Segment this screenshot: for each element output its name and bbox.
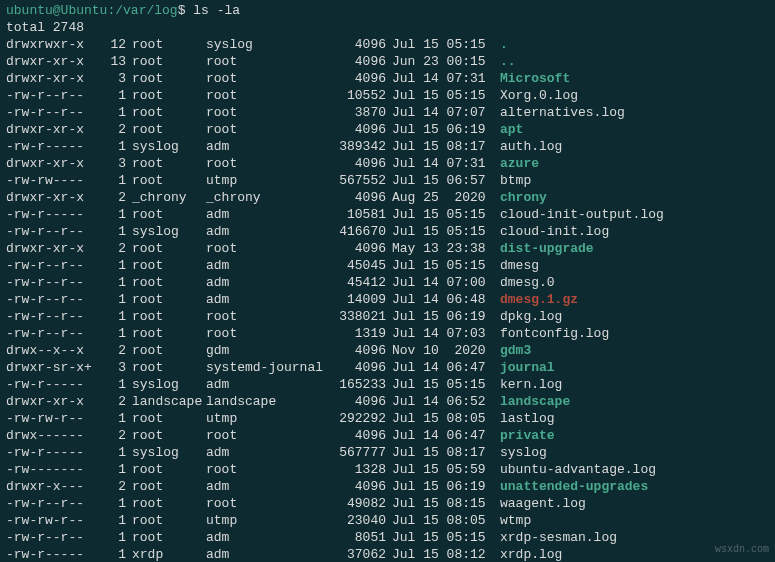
file-permissions: -rw-r--r-- <box>6 495 96 512</box>
file-owner: root <box>126 512 206 529</box>
file-owner: syslog <box>126 444 206 461</box>
file-size: 4096 <box>326 189 386 206</box>
file-owner: landscape <box>126 393 206 410</box>
file-date: Jul 15 08:17 <box>386 138 496 155</box>
file-size: 4096 <box>326 393 386 410</box>
file-owner: root <box>126 461 206 478</box>
file-size: 37062 <box>326 546 386 562</box>
file-date: Jul 15 05:15 <box>386 529 496 546</box>
file-name: . <box>496 36 508 53</box>
file-size: 1319 <box>326 325 386 342</box>
file-date: Jul 14 06:47 <box>386 359 496 376</box>
list-item: drwxr-xr-x2rootroot4096Jul 15 06:19apt <box>6 121 769 138</box>
file-name: dmesg.1.gz <box>496 291 578 308</box>
list-item: -rw-r-----1rootadm10581Jul 15 05:15cloud… <box>6 206 769 223</box>
file-group: _chrony <box>206 189 326 206</box>
file-group: adm <box>206 291 326 308</box>
file-date: Jul 15 05:15 <box>386 36 496 53</box>
list-item: -rw-r-----1syslogadm165233Jul 15 05:15ke… <box>6 376 769 393</box>
file-links: 1 <box>96 461 126 478</box>
file-permissions: -rw-r--r-- <box>6 104 96 121</box>
file-group: root <box>206 70 326 87</box>
file-name: dmesg <box>496 257 539 274</box>
file-size: 292292 <box>326 410 386 427</box>
file-size: 3870 <box>326 104 386 121</box>
file-name: chrony <box>496 189 547 206</box>
file-name: ubuntu-advantage.log <box>496 461 656 478</box>
file-name: lastlog <box>496 410 555 427</box>
file-permissions: drwxr-sr-x+ <box>6 359 96 376</box>
file-links: 3 <box>96 155 126 172</box>
file-size: 8051 <box>326 529 386 546</box>
file-links: 1 <box>96 87 126 104</box>
file-owner: root <box>126 342 206 359</box>
file-permissions: -rw-r----- <box>6 546 96 562</box>
file-group: root <box>206 240 326 257</box>
file-permissions: drwxr-xr-x <box>6 155 96 172</box>
file-name: unattended-upgrades <box>496 478 648 495</box>
file-links: 13 <box>96 53 126 70</box>
list-item: drwxr-xr-x2_chrony_chrony4096Aug 25 2020… <box>6 189 769 206</box>
file-name: btmp <box>496 172 531 189</box>
file-owner: root <box>126 478 206 495</box>
file-date: Jul 15 06:19 <box>386 308 496 325</box>
file-permissions: drwxrwxr-x <box>6 36 96 53</box>
file-size: 4096 <box>326 155 386 172</box>
list-item: -rw-r--r--1rootadm45412Jul 14 07:00dmesg… <box>6 274 769 291</box>
file-links: 1 <box>96 444 126 461</box>
file-links: 1 <box>96 274 126 291</box>
file-permissions: -rw-r--r-- <box>6 291 96 308</box>
file-size: 567552 <box>326 172 386 189</box>
list-item: -rw-r--r--1rootadm45045Jul 15 05:15dmesg <box>6 257 769 274</box>
file-date: Jul 15 05:59 <box>386 461 496 478</box>
file-size: 4096 <box>326 70 386 87</box>
file-owner: _chrony <box>126 189 206 206</box>
file-permissions: drwxr-xr-x <box>6 189 96 206</box>
file-links: 1 <box>96 529 126 546</box>
file-name: journal <box>496 359 555 376</box>
file-owner: root <box>126 308 206 325</box>
file-links: 2 <box>96 189 126 206</box>
file-owner: root <box>126 104 206 121</box>
file-group: adm <box>206 546 326 562</box>
list-item: drwxr-xr-x2rootroot4096May 13 23:38dist-… <box>6 240 769 257</box>
file-group: adm <box>206 376 326 393</box>
file-date: Jun 23 00:15 <box>386 53 496 70</box>
list-item: drwxr-xr-x3rootroot4096Jul 14 07:31azure <box>6 155 769 172</box>
prompt-user-host: ubuntu@Ubuntu <box>6 3 107 18</box>
total-line: total 2748 <box>6 19 769 36</box>
file-group: root <box>206 325 326 342</box>
file-date: Jul 14 07:31 <box>386 70 496 87</box>
file-date: Jul 15 05:15 <box>386 87 496 104</box>
file-owner: root <box>126 291 206 308</box>
list-item: -rw-r-----1syslogadm567777Jul 15 08:17sy… <box>6 444 769 461</box>
list-item: -rw-rw-r--1rootutmp292292Jul 15 08:05las… <box>6 410 769 427</box>
file-owner: root <box>126 206 206 223</box>
list-item: drwxr-xr-x3rootroot4096Jul 14 07:31Micro… <box>6 70 769 87</box>
file-links: 1 <box>96 546 126 562</box>
terminal-output[interactable]: ubuntu@Ubuntu:/var/log$ ls -la total 274… <box>6 2 769 562</box>
file-permissions: drwxr-xr-x <box>6 53 96 70</box>
file-date: Jul 15 06:19 <box>386 478 496 495</box>
file-owner: root <box>126 36 206 53</box>
file-date: Jul 14 07:03 <box>386 325 496 342</box>
file-size: 338021 <box>326 308 386 325</box>
file-links: 3 <box>96 359 126 376</box>
file-group: landscape <box>206 393 326 410</box>
file-owner: xrdp <box>126 546 206 562</box>
file-owner: root <box>126 155 206 172</box>
file-links: 2 <box>96 427 126 444</box>
file-size: 4096 <box>326 36 386 53</box>
list-item: -rw-r--r--1rootadm14009Jul 14 06:48dmesg… <box>6 291 769 308</box>
list-item: drwxr-x---2rootadm4096Jul 15 06:19unatte… <box>6 478 769 495</box>
watermark: wsxdn.com <box>715 541 769 558</box>
file-permissions: -rw-r--r-- <box>6 87 96 104</box>
list-item: drwx------2rootroot4096Jul 14 06:47priva… <box>6 427 769 444</box>
file-group: adm <box>206 274 326 291</box>
list-item: -rw-r--r--1rootroot3870Jul 14 07:07alter… <box>6 104 769 121</box>
file-name: syslog <box>496 444 547 461</box>
file-size: 4096 <box>326 53 386 70</box>
file-date: Jul 15 05:15 <box>386 206 496 223</box>
file-permissions: -rw-r--r-- <box>6 325 96 342</box>
file-owner: root <box>126 240 206 257</box>
